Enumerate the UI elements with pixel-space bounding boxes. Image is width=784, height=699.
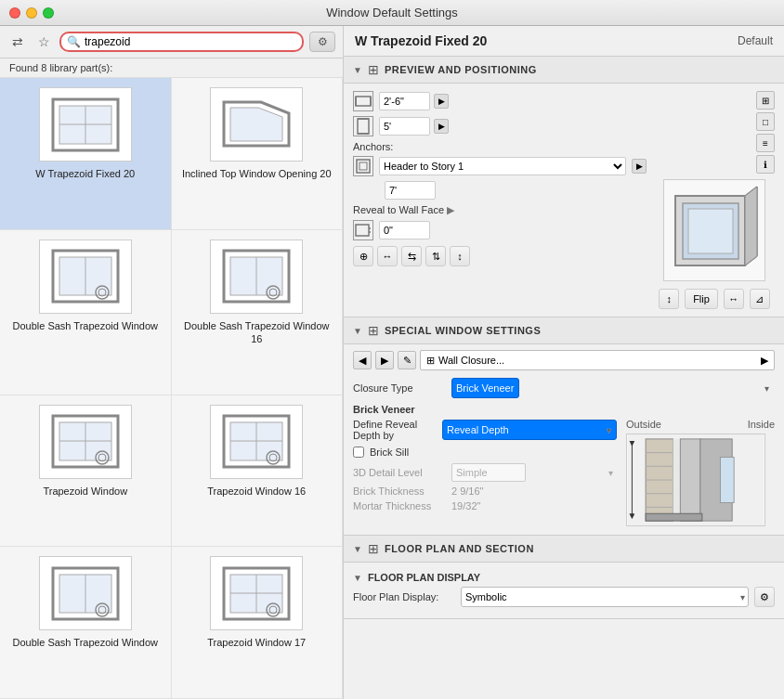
- search-icon: 🔍: [67, 35, 81, 48]
- floor-plan-title: FLOOR PLAN AND SECTION: [385, 543, 534, 554]
- side-icon-box[interactable]: □: [756, 112, 775, 131]
- svg-rect-66: [720, 458, 734, 503]
- favorite-icon[interactable]: ☆: [33, 32, 54, 52]
- fp-settings-icon[interactable]: ⚙: [754, 587, 775, 607]
- reveal-value-input[interactable]: [379, 221, 430, 239]
- anchor-dropdown-row: Header to Story 1 ▶: [353, 156, 647, 176]
- height-field-row: ▶: [353, 116, 647, 136]
- maximize-button[interactable]: [43, 7, 54, 19]
- floor-plan-section-header[interactable]: ▼ ⊞ FLOOR PLAN AND SECTION: [344, 536, 784, 563]
- special-section-title: SPECIAL WINDOW SETTINGS: [385, 325, 541, 336]
- library-item[interactable]: Trapezoid Window 17: [172, 547, 344, 699]
- fp-display-label: Floor Plan Display:: [353, 591, 455, 602]
- side-icon-grid[interactable]: ⊞: [756, 91, 775, 110]
- brick-sill-label: Brick Sill: [370, 447, 409, 458]
- nav-next[interactable]: ▶: [375, 351, 394, 369]
- wall-closure-icon: ⊞: [426, 355, 435, 367]
- special-content: ◀ ▶ ✎ ⊞ Wall Closure... ▶ Closure Type: [344, 344, 784, 535]
- outside-inside-row: Outside Inside: [626, 419, 775, 430]
- section-preview-icon: ⊞: [368, 62, 379, 77]
- anchor-value-row: [353, 181, 647, 200]
- back-icon[interactable]: ⇄: [7, 32, 28, 52]
- width-icon: [353, 91, 373, 111]
- define-reveal-label: Define Reveal Depth by: [353, 419, 437, 441]
- mirror-icon-3[interactable]: ⊿: [750, 289, 770, 309]
- library-item[interactable]: Inclined Top Window Opening 20: [172, 78, 344, 230]
- ctrl-icon-1[interactable]: ⊕: [353, 246, 373, 266]
- item-label-1: Inclined Top Window Opening 20: [182, 167, 332, 180]
- header-to-story-select[interactable]: Header to Story 1: [379, 157, 626, 175]
- preview-section-title: PREVIEW AND POSITIONING: [385, 64, 537, 75]
- height-icon: [353, 116, 373, 136]
- ctrl-icon-4[interactable]: ⇅: [425, 246, 446, 266]
- library-item[interactable]: Double Sash Trapezoid Window: [0, 547, 172, 699]
- item-preview-6: [39, 556, 132, 630]
- brick-left: Define Reveal Depth by Reveal Depth ▾: [353, 419, 617, 529]
- special-window-section: ▼ ⊞ SPECIAL WINDOW SETTINGS ◀ ▶ ✎ ⊞ Wall…: [344, 317, 784, 536]
- search-input[interactable]: [85, 35, 296, 48]
- preview-section-header[interactable]: ▼ ⊞ PREVIEW AND POSITIONING: [344, 57, 784, 84]
- library-item[interactable]: Trapezoid Window 16: [172, 395, 344, 548]
- mirror-icon-2[interactable]: ↔: [724, 289, 744, 309]
- svg-rect-68: [646, 513, 702, 521]
- detail-level-label: 3D Detail Level: [353, 467, 446, 478]
- reveal-depth-select[interactable]: Reveal Depth: [442, 420, 617, 440]
- floor-plan-section: ▼ ⊞ FLOOR PLAN AND SECTION ▼ FLOOR PLAN …: [344, 536, 784, 619]
- floor-plan-icon: ⊞: [368, 541, 379, 556]
- minimize-button[interactable]: [26, 7, 37, 19]
- side-icon-align[interactable]: ≡: [756, 134, 775, 152]
- height-arrow-btn[interactable]: ▶: [434, 119, 449, 134]
- item-label-6: Double Sash Trapezoid Window: [12, 636, 158, 649]
- mirror-icon-1[interactable]: ↕: [659, 289, 679, 309]
- selected-item-title: W Trapezoid Fixed 20: [355, 33, 487, 48]
- floor-plan-arrow: ▼: [353, 544, 362, 554]
- reveal-value-row: [353, 220, 647, 240]
- preview-left: ▶ ▶: [353, 91, 647, 309]
- fp-display-header[interactable]: ▼ FLOOR PLAN DISPLAY: [353, 568, 775, 587]
- fp-display-select[interactable]: Symbolic: [461, 587, 749, 607]
- found-text: Found 8 library part(s):: [0, 58, 343, 78]
- width-arrow-btn[interactable]: ▶: [434, 94, 449, 109]
- special-section-header[interactable]: ▼ ⊞ SPECIAL WINDOW SETTINGS: [344, 317, 784, 344]
- closure-type-row: Closure Type Brick Veneer: [353, 378, 775, 398]
- flip-button[interactable]: Flip: [685, 289, 718, 309]
- anchors-label: Anchors:: [353, 141, 647, 152]
- ctrl-icon-3[interactable]: ⇆: [401, 246, 422, 266]
- closure-type-label: Closure Type: [353, 382, 446, 394]
- item-label-0: W Trapezoid Fixed 20: [35, 167, 135, 180]
- brick-sill-checkbox[interactable]: [353, 447, 364, 458]
- anchor-arrow-btn[interactable]: ▶: [632, 159, 647, 174]
- library-grid: W Trapezoid Fixed 20 Inclined Top Window…: [0, 78, 343, 699]
- detail-level-row: 3D Detail Level Simple: [353, 463, 617, 482]
- svg-rect-47: [356, 225, 369, 236]
- svg-rect-51: [688, 209, 733, 253]
- library-item[interactable]: Double Sash Trapezoid Window: [0, 230, 172, 395]
- wall-closure-button[interactable]: ⊞ Wall Closure... ▶: [420, 350, 775, 370]
- closure-type-select[interactable]: Brick Veneer: [451, 378, 519, 398]
- item-preview-4: [39, 405, 132, 479]
- library-item[interactable]: Double Sash Trapezoid Window 16: [172, 230, 344, 395]
- item-label-7: Trapezoid Window 17: [207, 636, 306, 649]
- brick-thickness-row: Brick Thickness 2 9/16": [353, 485, 617, 497]
- height-input[interactable]: [379, 117, 430, 136]
- settings-button[interactable]: ⚙: [309, 32, 335, 52]
- nav-prev[interactable]: ◀: [353, 351, 372, 369]
- ctrl-icon-2[interactable]: ↔: [377, 246, 398, 266]
- default-label: Default: [738, 34, 773, 47]
- item-preview-1: [210, 87, 303, 162]
- library-item[interactable]: W Trapezoid Fixed 20: [0, 78, 172, 230]
- width-input[interactable]: [379, 92, 430, 110]
- anchor-value-input[interactable]: [385, 181, 436, 200]
- search-box[interactable]: 🔍: [59, 32, 304, 52]
- detail-level-select[interactable]: Simple: [451, 463, 526, 482]
- side-icon-info[interactable]: ℹ: [756, 155, 775, 174]
- brick-diagram-svg: [626, 434, 765, 526]
- height-value-box: ▶: [379, 117, 449, 136]
- brick-diagram-container: Outside Inside: [626, 419, 775, 529]
- library-item[interactable]: Trapezoid Window: [0, 395, 172, 548]
- ctrl-icon-5[interactable]: ↕: [450, 246, 470, 266]
- close-button[interactable]: [9, 7, 20, 19]
- nav-edit[interactable]: ✎: [398, 351, 416, 369]
- floor-plan-content: ▼ FLOOR PLAN DISPLAY Floor Plan Display:…: [344, 563, 784, 618]
- reveal-wall-face-label: Reveal to Wall Face ▶: [353, 204, 647, 216]
